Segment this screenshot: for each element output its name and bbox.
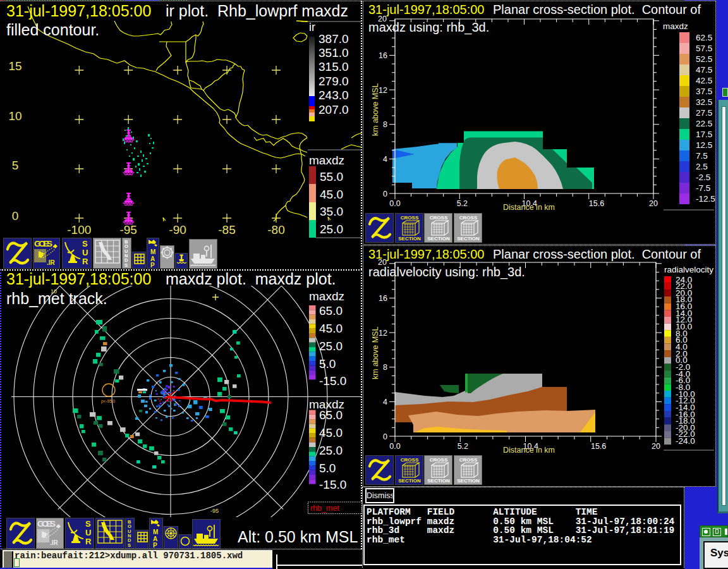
svg-text:5.2: 5.2 <box>458 442 468 451</box>
svg-text:filled contour.: filled contour. <box>6 21 99 39</box>
svg-text:55.0: 55.0 <box>320 170 343 183</box>
svg-text:-100: -100 <box>67 223 91 236</box>
svg-text:GOES: GOES <box>34 239 52 248</box>
svg-text:rhb_met: rhb_met <box>310 504 339 513</box>
svg-text:GOES: GOES <box>37 519 56 529</box>
svg-text:4: 4 <box>383 398 387 407</box>
svg-text:5.2: 5.2 <box>457 199 468 208</box>
svg-text:SECTION: SECTION <box>427 236 450 242</box>
svg-text:45.0: 45.0 <box>319 426 343 439</box>
svg-text:0.0: 0.0 <box>389 442 400 451</box>
svg-text:0.0: 0.0 <box>389 199 400 208</box>
svg-text:15: 15 <box>8 59 21 73</box>
svg-text:CROSS: CROSS <box>401 457 419 463</box>
svg-text:0: 0 <box>383 190 387 199</box>
svg-text:SECTION: SECTION <box>427 478 450 484</box>
svg-text:45.0: 45.0 <box>320 188 343 201</box>
svg-text:62.5: 62.5 <box>696 33 712 42</box>
svg-text:-15.0: -15.0 <box>319 374 346 388</box>
svg-text:SECTION: SECTION <box>398 236 421 242</box>
svg-text:CROSS: CROSS <box>459 457 478 463</box>
svg-text:Distance in km: Distance in km <box>503 203 555 212</box>
svg-text:maxdz: maxdz <box>663 21 688 31</box>
svg-text:-15.0: -15.0 <box>319 478 346 491</box>
svg-text:P: P <box>153 542 157 548</box>
svg-text:5.0: 5.0 <box>319 462 336 475</box>
svg-text:2.5: 2.5 <box>696 162 708 171</box>
svg-text:.IR: .IR <box>47 259 56 266</box>
svg-text:-95: -95 <box>210 508 219 514</box>
svg-text:R: R <box>85 537 92 546</box>
svg-text:10: 10 <box>8 109 21 123</box>
svg-text:16: 16 <box>379 294 387 303</box>
svg-text:A: A <box>153 535 157 542</box>
svg-text:15.6: 15.6 <box>591 442 606 451</box>
svg-text:37.5: 37.5 <box>696 87 712 96</box>
svg-text:243.0: 243.0 <box>318 89 349 102</box>
svg-text:47.5: 47.5 <box>696 65 712 75</box>
svg-text:maxdz plot. maxdz plot.: maxdz plot. maxdz plot. <box>166 270 336 288</box>
svg-text:R: R <box>82 257 88 266</box>
svg-text:SECTION: SECTION <box>457 478 480 484</box>
svg-text:SECTION: SECTION <box>398 478 421 484</box>
svg-text:315.0: 315.0 <box>318 60 349 73</box>
svg-text:57.5: 57.5 <box>696 44 712 53</box>
svg-text:km above MSL: km above MSL <box>371 83 380 136</box>
svg-text:-80: -80 <box>267 223 284 236</box>
svg-text:5: 5 <box>12 159 19 172</box>
svg-text:p<-95.0: p<-95.0 <box>101 399 116 404</box>
svg-text:ir: ir <box>309 21 315 34</box>
svg-text:-12.5: -12.5 <box>696 194 715 204</box>
svg-text:25.0: 25.0 <box>319 444 343 457</box>
svg-text:-7.5: -7.5 <box>696 183 710 193</box>
svg-text:31-jul-1997,18:05:00: 31-jul-1997,18:05:00 <box>6 2 151 20</box>
svg-text:P: P <box>150 262 155 268</box>
svg-text:12: 12 <box>379 86 387 95</box>
svg-text:45.0: 45.0 <box>319 322 343 335</box>
svg-text:20: 20 <box>652 442 660 451</box>
svg-text:65.0: 65.0 <box>319 408 343 422</box>
svg-text:radialvelocity using: rhb_3d.: radialvelocity using: rhb_3d. <box>368 265 525 279</box>
svg-text:CROSS: CROSS <box>401 215 419 221</box>
svg-text:Distance in km: Distance in km <box>503 446 555 455</box>
svg-text:ir plot. Rhb_lowprf maxdz: ir plot. Rhb_lowprf maxdz <box>166 2 348 20</box>
svg-text:maxdz: maxdz <box>309 290 344 303</box>
svg-text:M: M <box>150 248 155 255</box>
svg-text:0: 0 <box>383 432 387 441</box>
svg-text:CROSS: CROSS <box>459 215 478 221</box>
svg-text:25.0: 25.0 <box>319 340 343 353</box>
svg-text:S: S <box>128 542 131 548</box>
svg-text:S: S <box>82 239 88 248</box>
svg-text:10: 10 <box>51 288 57 295</box>
svg-text:52.5: 52.5 <box>696 54 712 64</box>
svg-text:-2.5: -2.5 <box>696 173 710 182</box>
svg-text:-85: -85 <box>218 223 235 236</box>
svg-text:31-jul-1997,18:05:00: 31-jul-1997,18:05:00 <box>6 270 151 288</box>
svg-text:17.5: 17.5 <box>696 130 712 139</box>
svg-text:12: 12 <box>379 329 387 338</box>
svg-text:Planar cross-section plot. Co: Planar cross-section plot. Contour of <box>493 3 701 16</box>
svg-text:25.0: 25.0 <box>320 223 343 236</box>
svg-text:27.5: 27.5 <box>696 108 712 118</box>
svg-text:351.0: 351.0 <box>318 46 349 59</box>
svg-text:31-jul-1997,18:05:00: 31-jul-1997,18:05:00 <box>368 3 484 16</box>
svg-text:S: S <box>85 519 91 529</box>
svg-text:207.0: 207.0 <box>318 103 349 116</box>
svg-text:CROSS: CROSS <box>430 457 448 463</box>
svg-text:Alt: 0.50 km MSL: Alt: 0.50 km MSL <box>238 528 358 546</box>
svg-text:-95: -95 <box>119 223 136 236</box>
svg-text:8: 8 <box>383 120 387 129</box>
svg-text:16: 16 <box>379 51 387 60</box>
svg-text:7.5: 7.5 <box>696 151 708 161</box>
svg-text:32.5: 32.5 <box>696 97 712 107</box>
svg-text:.IR: .IR <box>50 539 59 546</box>
svg-text:S: S <box>124 262 128 268</box>
svg-text:20: 20 <box>649 199 658 208</box>
svg-text:km above MSL: km above MSL <box>371 327 380 379</box>
svg-text:U: U <box>82 248 88 257</box>
svg-text:maxdz using: rhb_3d.: maxdz using: rhb_3d. <box>368 20 489 35</box>
svg-text:U: U <box>85 528 91 537</box>
svg-text:22.5: 22.5 <box>696 119 712 128</box>
svg-text:279.0: 279.0 <box>318 75 349 88</box>
svg-text:CROSS: CROSS <box>430 215 448 221</box>
